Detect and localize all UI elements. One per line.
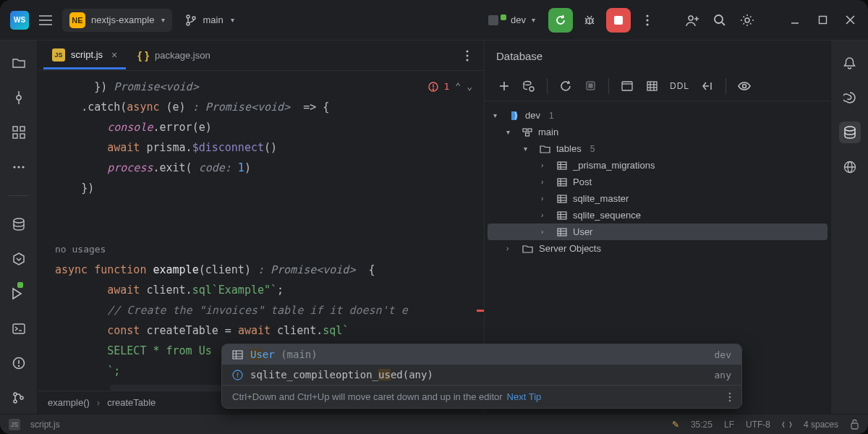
services-tool-button[interactable] [8, 248, 30, 270]
web-tool-button[interactable] [839, 156, 861, 178]
status-cursor[interactable]: 35:25 [691, 420, 712, 430]
maximize-button[interactable] [812, 9, 833, 31]
table-icon [232, 350, 243, 359]
status-file[interactable]: script.js [30, 420, 60, 430]
more-tools-button[interactable] [8, 156, 30, 178]
db-table[interactable]: ›_prisma_migrations [488, 157, 827, 174]
right-tool-strip [830, 41, 868, 414]
breadcrumb-item[interactable]: createTable [107, 397, 156, 408]
notifications-tool-button[interactable] [839, 52, 861, 74]
settings-button[interactable] [736, 9, 758, 31]
database-tool-button[interactable] [8, 213, 30, 235]
code-editor[interactable]: 1 ⌃ ⌄ }) Promise<void> .catch(async (e) … [38, 71, 484, 391]
json-file-icon: { } [137, 49, 149, 61]
minimize-icon [790, 15, 800, 25]
db-view-button[interactable] [616, 75, 638, 97]
code-with-me-button[interactable] [681, 9, 703, 31]
status-linesep[interactable]: LF [724, 420, 734, 430]
lock-icon[interactable] [850, 419, 859, 430]
svg-point-65 [743, 84, 746, 88]
usages-hint[interactable]: no usages [55, 244, 106, 255]
db-server-objects[interactable]: ›Server Objects [488, 240, 827, 257]
svg-marker-34 [14, 253, 24, 265]
db-tables-folder[interactable]: ▾ tables 5 [488, 140, 827, 157]
status-encoding[interactable]: UTF-8 [746, 420, 770, 430]
git-tool-button[interactable] [8, 387, 30, 409]
tab-script-js[interactable]: JS script.js × [43, 43, 126, 69]
inspection-widget[interactable]: 1 ⌃ ⌄ [428, 77, 472, 97]
run-button[interactable] [548, 8, 573, 33]
autocomplete-item[interactable]: f sqlite_compileoption_used(any) any [222, 365, 741, 385]
commit-tool-button[interactable] [8, 87, 30, 109]
database-tool-button-right[interactable] [839, 122, 861, 143]
project-selector[interactable]: NE nextjs-example ▾ [62, 9, 172, 32]
prev-error-button[interactable]: ⌃ [455, 77, 461, 97]
close-icon [846, 15, 855, 25]
table-icon [557, 195, 567, 203]
more-actions-button[interactable] [637, 9, 658, 31]
status-indent[interactable]: 4 spaces [804, 420, 838, 430]
dots-icon [13, 166, 25, 169]
svg-rect-93 [851, 423, 858, 429]
db-jump-button[interactable] [697, 75, 718, 97]
db-table[interactable]: ›sqlite_master [488, 190, 827, 207]
terminal-tool-button[interactable] [8, 318, 30, 339]
stop-button[interactable] [606, 8, 631, 33]
chevron-down-icon: ▾ [532, 16, 535, 24]
run-config-selector[interactable]: dev ▾ [481, 11, 542, 29]
svg-point-43 [20, 396, 23, 399]
db-schema[interactable]: ▾ main [488, 124, 827, 140]
ddl-button[interactable]: DDL [665, 81, 694, 91]
ai-tool-button[interactable] [839, 87, 861, 109]
minimize-button[interactable] [784, 9, 806, 31]
db-refresh-button[interactable] [555, 75, 576, 97]
svg-rect-9 [614, 16, 623, 25]
jump-icon [702, 81, 713, 91]
tab-more-button[interactable] [456, 45, 478, 67]
tab-package-json[interactable]: { } package.json [129, 43, 218, 67]
run-tool-button[interactable] [8, 283, 30, 305]
svg-rect-36 [13, 324, 25, 333]
db-datasource-props-button[interactable] [518, 75, 540, 97]
function-icon: f [232, 370, 243, 380]
db-table[interactable]: ›sqlite_sequence [488, 207, 827, 224]
svg-point-89 [845, 127, 855, 131]
autocomplete-tip: Ctrl+Down and Ctrl+Up will move caret do… [222, 385, 741, 408]
db-datasource[interactable]: ▾ dev 1 [488, 107, 827, 124]
svg-rect-28 [13, 134, 17, 138]
db-table-button[interactable] [641, 75, 663, 97]
refresh-icon [560, 80, 571, 92]
svg-point-44 [467, 50, 469, 52]
problems-tool-button[interactable] [8, 352, 30, 374]
db-stop-button[interactable] [579, 75, 601, 97]
js-file-icon: JS [9, 419, 20, 430]
breadcrumb-item[interactable]: example() [48, 397, 90, 408]
next-tip-button[interactable]: Next Tip [507, 391, 542, 402]
tree-label: _prisma_migrations [573, 160, 655, 171]
structure-tool-button[interactable] [8, 122, 30, 143]
indent-icon[interactable] [782, 420, 792, 430]
db-filter-button[interactable] [733, 75, 755, 97]
tab-close-button[interactable]: × [111, 49, 117, 61]
next-error-button[interactable]: ⌄ [467, 77, 472, 97]
tree-label: dev [525, 110, 540, 121]
svg-rect-85 [558, 229, 566, 236]
eye-icon [738, 81, 751, 91]
svg-rect-68 [526, 133, 529, 136]
svg-point-5 [192, 17, 195, 20]
error-marker[interactable] [477, 310, 484, 312]
debug-button[interactable] [579, 9, 600, 31]
db-add-button[interactable] [493, 75, 515, 97]
autocomplete-item[interactable]: User (main) dev [222, 344, 741, 365]
run-config-name: dev [511, 14, 526, 25]
search-button[interactable] [709, 9, 731, 31]
tip-more-button[interactable] [728, 392, 731, 402]
project-tool-button[interactable] [8, 52, 30, 74]
pencil-icon[interactable]: ✎ [672, 420, 679, 430]
close-button[interactable] [839, 9, 861, 31]
main-menu-button[interactable] [35, 9, 56, 31]
db-table-selected[interactable]: ›User [488, 224, 827, 240]
db-table[interactable]: ›Post [488, 174, 827, 190]
branch-selector[interactable]: main ▾ [178, 11, 241, 30]
tree-label: sqlite_master [573, 193, 629, 204]
